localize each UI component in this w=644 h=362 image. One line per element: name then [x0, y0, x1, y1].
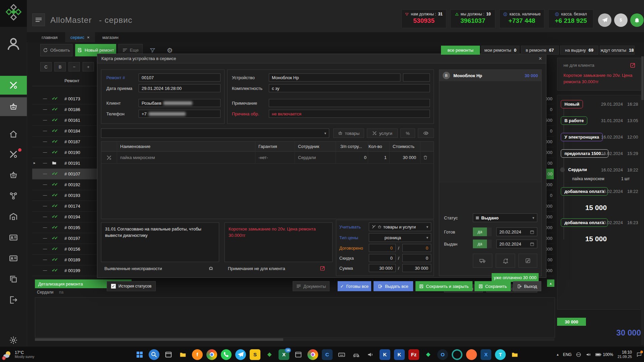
- bug-icon[interactable]: [208, 265, 214, 271]
- issue-reason-input[interactable]: не включается: [269, 110, 430, 118]
- scrollbar-thumb[interactable]: [35, 338, 283, 341]
- item-row[interactable]: пайка микросхем -нет- Сердали 0 1 30 000: [101, 152, 434, 164]
- scroll-top-button[interactable]: ▴: [547, 279, 554, 287]
- action-center-icon[interactable]: [636, 352, 642, 357]
- sidebar-item-contacts[interactable]: [0, 249, 27, 268]
- issue-all-button[interactable]: Выдать все: [374, 281, 413, 291]
- table-mini-button-+[interactable]: +: [83, 62, 94, 71]
- stat-box[interactable]: мы должны :103961037: [450, 9, 495, 28]
- discount-input-1[interactable]: 0: [369, 254, 396, 262]
- sidebar-item-home[interactable]: [0, 125, 27, 144]
- horizontal-scrollbar[interactable]: [35, 338, 554, 341]
- notify-button[interactable]: [496, 254, 515, 268]
- service-select[interactable]: ▾: [101, 128, 329, 138]
- sidebar-item-service-active[interactable]: [0, 76, 27, 95]
- device-input[interactable]: Моноблок Hp: [269, 73, 400, 82]
- discount-percent-button[interactable]: %: [400, 128, 415, 138]
- tab-close-icon[interactable]: ×: [87, 35, 90, 40]
- repair-number-input[interactable]: 00107: [139, 73, 220, 82]
- table-mini-button-−[interactable]: −: [68, 62, 80, 71]
- clock[interactable]: 16:10 21.09.25: [617, 350, 632, 359]
- language-indicator[interactable]: ENG: [563, 352, 572, 357]
- client-input[interactable]: Розыбаев: [139, 99, 220, 107]
- weather-widget[interactable]: 1 17°C Mostly sunny: [0, 347, 57, 362]
- taskbar-icon-keyboard-app[interactable]: [336, 349, 347, 360]
- taskbar-icon-chrome[interactable]: [206, 349, 217, 360]
- taskbar-icon-t-viewer[interactable]: T: [495, 349, 506, 360]
- taskbar-icon-filezilla[interactable]: Fz: [408, 349, 419, 360]
- delivery-button[interactable]: [473, 254, 492, 268]
- agreed-input-2[interactable]: 0: [402, 244, 431, 252]
- stat-box[interactable]: $касса. наличные+737 448: [499, 9, 544, 28]
- taskbar-icon-excel[interactable]: X16: [279, 349, 289, 360]
- ready-toggle[interactable]: да: [473, 227, 492, 236]
- taskbar-icon-file-explorer[interactable]: [178, 349, 188, 360]
- items-column-header[interactable]: Гарантия: [258, 144, 277, 149]
- table-mini-button-C[interactable]: C: [40, 62, 52, 71]
- intake-date-input[interactable]: 29.01.2024 16:28:00: [139, 84, 220, 92]
- taskbar-icon-diamond-app[interactable]: [423, 349, 434, 360]
- battery-indicator[interactable]: 100%: [595, 352, 613, 357]
- faults-textarea[interactable]: 31.01 Согласовано на паяльные работы, чт…: [101, 222, 219, 262]
- taskbar-icon-kassa-1[interactable]: K: [380, 349, 390, 360]
- edit-note-icon[interactable]: [630, 62, 636, 68]
- agreed-input-1[interactable]: 0: [369, 244, 396, 252]
- payments-button[interactable]: $: [614, 13, 628, 27]
- filter-на-выдачу[interactable]: на выдачу69: [560, 46, 598, 55]
- sidebar-item-clients[interactable]: [0, 228, 27, 247]
- edit-note-red-icon[interactable]: [320, 265, 326, 271]
- items-column-header[interactable]: З/п сотру...: [340, 144, 362, 149]
- history-checkbox[interactable]: ✓ История статусов: [107, 281, 156, 291]
- expand-icon[interactable]: ▸: [34, 161, 36, 165]
- taskbar-icon-task-view[interactable]: [163, 349, 174, 360]
- sidebar-item-logout[interactable]: [0, 291, 27, 309]
- completeness-input[interactable]: с зу: [269, 84, 430, 92]
- taskbar-icon-s-app[interactable]: S: [250, 349, 260, 360]
- remark-input[interactable]: [269, 99, 430, 107]
- trash-icon[interactable]: [423, 155, 428, 160]
- taskbar-icon-car-app[interactable]: [351, 349, 361, 360]
- tab-сервис[interactable]: сервис×: [65, 32, 95, 42]
- sidebar-item-documents[interactable]: [0, 270, 27, 289]
- sidebar-item-user-avatar[interactable]: [0, 32, 27, 56]
- taskbar-icon-app-window[interactable]: [293, 349, 304, 360]
- taskbar-icon-opera[interactable]: O: [437, 349, 448, 360]
- taskbar-icon-paint[interactable]: [307, 349, 318, 360]
- device-extra-input[interactable]: [403, 73, 430, 82]
- stat-box[interactable]: $касса. безнал+6 218 925: [548, 9, 593, 28]
- stat-box[interactable]: нам должны :31530935: [401, 9, 446, 28]
- filter-мои-ремонты[interactable]: мои ремонты0: [481, 46, 519, 55]
- tray-expand-icon[interactable]: ▴: [557, 352, 559, 357]
- issued-date-input[interactable]: 20.02.2024: [496, 240, 537, 248]
- items-column-header[interactable]: Наименование: [120, 144, 150, 149]
- taskbar-icon-x-app[interactable]: X: [481, 349, 491, 360]
- modal-close-icon[interactable]: ×: [539, 55, 542, 62]
- sidebar-item-warehouse[interactable]: [0, 207, 27, 226]
- save-button[interactable]: Сохранить: [475, 281, 511, 291]
- ready-date-input[interactable]: 20.02.2024: [496, 227, 537, 236]
- exit-button[interactable]: Выход: [513, 281, 541, 291]
- filter-в-ремонте[interactable]: в ремонте67: [521, 46, 559, 55]
- taskbar-icon-allomaster[interactable]: [264, 349, 275, 360]
- taskbar-icon-telegram[interactable]: [235, 349, 246, 360]
- filter-все-ремонты[interactable]: все ремонты: [441, 46, 480, 55]
- discount-input-2[interactable]: 0: [402, 254, 431, 262]
- tab-магазин[interactable]: магазин: [97, 32, 124, 42]
- ready-all-button[interactable]: ✓Готовы все: [338, 281, 371, 291]
- internal-notes-textarea[interactable]: Короткое замыкание по 20v. Цена ремонта …: [225, 222, 333, 262]
- save-close-button[interactable]: Сохранить и закрыть: [415, 281, 473, 291]
- modal-titlebar[interactable]: Карта ремонта устройства в сервисе ×: [97, 54, 546, 63]
- note-button[interactable]: [518, 254, 537, 268]
- items-column-header[interactable]: Сотрудник: [298, 144, 319, 149]
- phone-input[interactable]: +7: [139, 110, 220, 118]
- documents-button[interactable]: Документы: [293, 281, 330, 291]
- items-column-header[interactable]: Кол-во: [368, 144, 382, 149]
- taskbar-icon-folder-2[interactable]: [509, 349, 520, 360]
- consider-select[interactable]: товары и услуги▾: [369, 222, 431, 231]
- taskbar-icon-rings-app[interactable]: [452, 349, 462, 360]
- sidebar-item-scheme[interactable]: [0, 187, 27, 205]
- column-header-repair[interactable]: Ремонт: [64, 78, 80, 83]
- taskbar-icon-kassa-2[interactable]: K: [394, 349, 405, 360]
- taskbar-icon-start[interactable]: [134, 349, 145, 360]
- sidebar-item-service[interactable]: [0, 145, 27, 164]
